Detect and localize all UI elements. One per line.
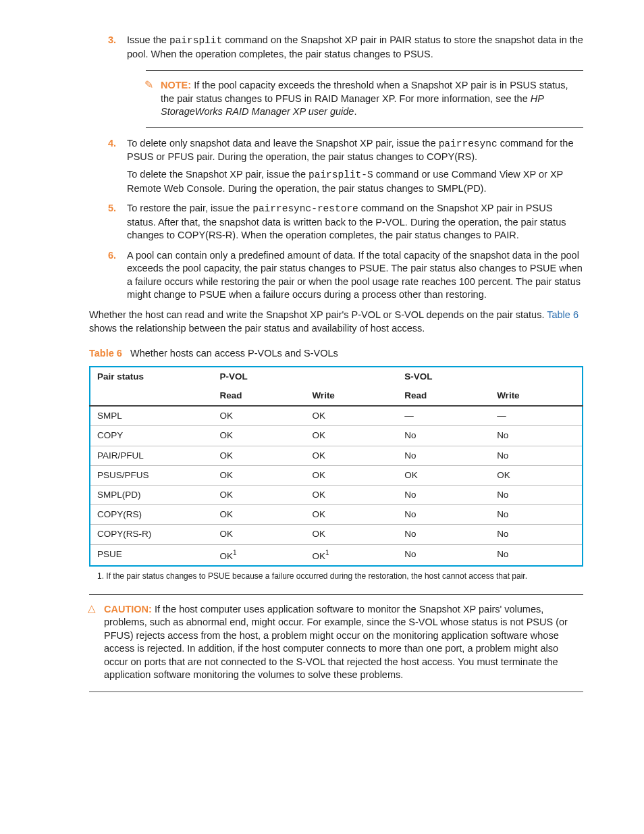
table-cell: COPY(RS-R) <box>90 525 213 544</box>
table-cell: No <box>490 446 583 465</box>
table-footnote: 1. If the pair status changes to PSUE be… <box>97 571 583 581</box>
table-cell: OK <box>213 465 306 485</box>
caution-label: CAUTION: <box>104 604 152 615</box>
step-6: 6. A pool can contain only a predefined … <box>108 249 583 302</box>
code-pairsplit-s: pairsplit-S <box>308 170 373 180</box>
step-number: 5. <box>108 202 116 215</box>
table-cell: No <box>490 426 583 446</box>
table-6-link[interactable]: Table 6 <box>547 309 579 320</box>
caution-body: CAUTION: If the host computer uses appli… <box>89 603 583 682</box>
step-number: 6. <box>108 249 116 263</box>
table-cell: OK <box>398 465 490 485</box>
step-number: 3. <box>108 34 116 47</box>
ordered-steps: 3. Issue the pairsplit command on the Sn… <box>108 34 583 302</box>
table-cell: OK <box>213 505 306 525</box>
table-cell: No <box>398 426 490 446</box>
note-label: NOTE: <box>161 80 191 90</box>
table-cell: — <box>490 406 583 426</box>
table-cell: No <box>398 544 490 566</box>
table-cell: PAIR/PFUL <box>90 446 213 465</box>
th-read: Read <box>398 386 490 406</box>
table-title: Whether hosts can access P-VOLs and S-VO… <box>130 348 338 359</box>
table-label: Table 6 <box>89 348 122 359</box>
note-icon: ✎ <box>144 78 153 93</box>
table-row: COPY(RS)OKOKNoNo <box>90 505 583 525</box>
note-body: NOTE: If the pool capacity exceeds the t… <box>146 79 583 119</box>
th-write: Write <box>305 386 398 406</box>
table-row: PAIR/PFULOKOKNoNo <box>90 446 583 465</box>
access-table: Pair status P-VOL S-VOL Read Write Read … <box>89 366 583 567</box>
table-cell: PSUE <box>90 544 213 566</box>
code-pairresync-restore: pairresync-restore <box>252 203 358 214</box>
note-block: ✎ NOTE: If the pool capacity exceeds the… <box>146 70 583 128</box>
paragraph-after-steps: Whether the host can read and write the … <box>89 309 583 335</box>
table-cell: OK <box>213 525 306 544</box>
table-cell: OK <box>305 426 398 446</box>
table-row: SMPL(PD)OKOKNoNo <box>90 486 583 505</box>
table-cell: OK <box>305 406 398 426</box>
table-head-row-1: Pair status P-VOL S-VOL <box>90 367 583 386</box>
table-cell: OK <box>305 486 398 505</box>
table-cell: SMPL <box>90 406 213 426</box>
table-row: COPYOKOKNoNo <box>90 426 583 446</box>
step-text: A pool can contain only a predefined amo… <box>127 250 583 301</box>
table-cell: SMPL(PD) <box>90 486 213 505</box>
table-row: PSUS/PFUSOKOKOKOK <box>90 465 583 485</box>
th-pair-status: Pair status <box>90 367 213 406</box>
table-cell: OK <box>213 406 306 426</box>
th-write: Write <box>490 386 583 406</box>
table-row: SMPLOKOK—— <box>90 406 583 426</box>
table-cell: OK <box>213 446 306 465</box>
table-cell: No <box>490 505 583 525</box>
table-cell: OK <box>213 426 306 446</box>
table-cell: OK <box>213 486 306 505</box>
table-cell: COPY <box>90 426 213 446</box>
step-paragraph: To delete the Snapshot XP pair, issue th… <box>127 168 583 195</box>
table-cell: No <box>398 486 490 505</box>
caution-text: If the host computer uses application so… <box>104 604 568 681</box>
table-cell: No <box>490 486 583 505</box>
table-caption: Table 6 Whether hosts can access P-VOLs … <box>89 347 583 361</box>
table-cell: No <box>490 525 583 544</box>
step-paragraph: To delete only snapshot data and leave t… <box>127 137 583 164</box>
table-cell: No <box>398 505 490 525</box>
table-cell: OK <box>305 525 398 544</box>
code-pairresync: pairresync <box>439 138 498 149</box>
table-cell: No <box>490 544 583 566</box>
table-cell: No <box>398 446 490 465</box>
step-text: Issue the pairsplit command on the Snaps… <box>127 34 583 59</box>
table-cell: OK <box>305 446 398 465</box>
table-cell: OK <box>490 465 583 485</box>
step-5: 5. To restore the pair, issue the pairre… <box>108 202 583 242</box>
table-cell: OK <box>305 505 398 525</box>
step-text: To restore the pair, issue the pairresyn… <box>127 203 566 240</box>
table-cell: OK1 <box>305 544 398 566</box>
table-cell: OK1 <box>213 544 306 566</box>
table-body: SMPLOKOK——COPYOKOKNoNoPAIR/PFULOKOKNoNoP… <box>90 406 583 566</box>
table-cell: OK <box>305 465 398 485</box>
code-pairsplit: pairsplit <box>169 35 222 46</box>
table-cell: No <box>398 525 490 544</box>
caution-block: △ CAUTION: If the host computer uses app… <box>89 594 583 692</box>
table-cell: — <box>398 406 490 426</box>
table-cell: PSUS/PFUS <box>90 465 213 485</box>
th-svol: S-VOL <box>398 367 583 386</box>
step-4: 4. To delete only snapshot data and leav… <box>108 137 583 195</box>
th-pvol: P-VOL <box>213 367 398 386</box>
table-cell: COPY(RS) <box>90 505 213 525</box>
step-number: 4. <box>108 137 116 151</box>
table-row: COPY(RS-R)OKOKNoNo <box>90 525 583 544</box>
caution-icon: △ <box>88 602 96 615</box>
table-row: PSUEOK1OK1NoNo <box>90 544 583 566</box>
step-3: 3. Issue the pairsplit command on the Sn… <box>108 34 583 128</box>
th-read: Read <box>213 386 306 406</box>
